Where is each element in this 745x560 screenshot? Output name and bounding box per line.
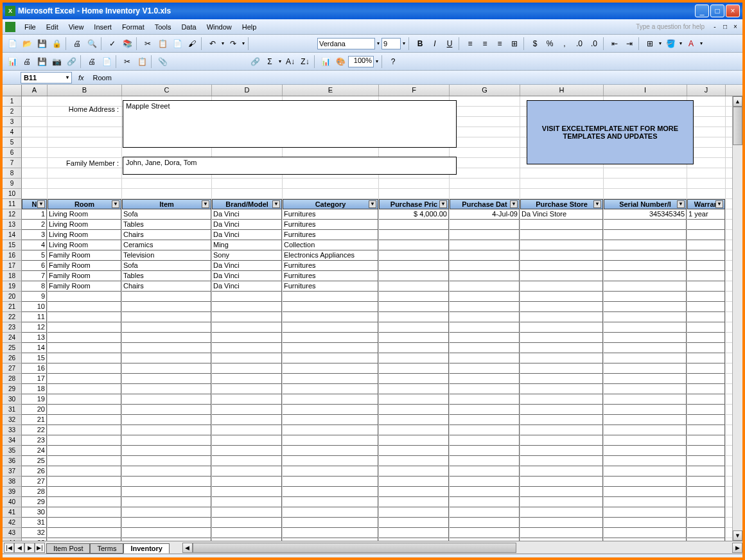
cell[interactable] [520, 250, 603, 261]
cell[interactable] [48, 405, 121, 415]
cell[interactable] [122, 333, 211, 343]
cell[interactable]: 15 [22, 353, 47, 363]
cell[interactable] [212, 435, 282, 446]
row-header[interactable]: 5 [3, 137, 22, 148]
align-center-icon[interactable]: ≡ [478, 37, 492, 51]
doc-minimize-button[interactable]: - [710, 22, 719, 31]
row-header[interactable]: 15 [3, 240, 22, 250]
research-icon[interactable]: 📚 [120, 37, 134, 51]
cell[interactable] [122, 363, 211, 374]
cell[interactable] [604, 415, 687, 425]
cell[interactable] [450, 363, 520, 374]
scroll-down-icon[interactable]: ▼ [733, 530, 742, 541]
cell[interactable]: 345345345 [604, 209, 687, 220]
cell[interactable] [450, 477, 520, 487]
row-header[interactable]: 23 [3, 322, 22, 333]
tool-icon-3[interactable]: 💾 [35, 55, 49, 69]
cell[interactable] [212, 363, 282, 374]
cell[interactable] [520, 466, 603, 477]
cell[interactable] [520, 487, 603, 497]
cell[interactable] [687, 456, 725, 466]
cell[interactable]: 23 [22, 435, 47, 446]
redo-dropdown[interactable]: ▾ [241, 40, 246, 46]
cell[interactable] [604, 425, 687, 435]
hscroll-thumb[interactable] [193, 543, 516, 553]
filter-dropdown-icon[interactable]: ▼ [439, 200, 447, 208]
cell[interactable] [604, 312, 687, 322]
cell[interactable] [212, 477, 282, 487]
cell[interactable] [379, 435, 449, 446]
cell[interactable] [604, 466, 687, 477]
cell[interactable] [379, 322, 449, 333]
filter-header[interactable]: N▼ [22, 199, 47, 209]
cell[interactable]: 8 [22, 281, 47, 292]
cell[interactable] [212, 487, 282, 497]
close-button[interactable]: × [726, 4, 740, 17]
cell[interactable] [212, 343, 282, 353]
cell[interactable] [450, 415, 520, 425]
row-header[interactable]: 38 [3, 477, 22, 487]
font-size-select[interactable] [381, 38, 401, 49]
cell[interactable]: Electronics Appliances [283, 250, 378, 261]
cell[interactable] [379, 292, 449, 302]
cell[interactable] [48, 312, 121, 322]
cell[interactable] [122, 343, 211, 353]
cell[interactable] [48, 538, 121, 541]
cell[interactable] [283, 405, 378, 415]
cell[interactable]: 4-Jul-09 [450, 209, 520, 220]
cell[interactable]: 31 [22, 518, 47, 528]
row-header[interactable]: 18 [3, 271, 22, 281]
cell[interactable] [122, 528, 211, 538]
cell[interactable] [212, 446, 282, 456]
row-header[interactable]: 39 [3, 487, 22, 497]
filter-dropdown-icon[interactable]: ▼ [112, 200, 119, 208]
permission-icon[interactable]: 🔒 [49, 37, 64, 51]
cell[interactable] [604, 477, 687, 487]
cell[interactable] [212, 302, 282, 312]
menu-window[interactable]: Window [202, 21, 237, 33]
zoom-dropdown[interactable]: ▾ [374, 58, 380, 64]
cell[interactable] [379, 333, 449, 343]
cell[interactable] [687, 446, 725, 456]
filter-dropdown-icon[interactable]: ▼ [677, 200, 685, 208]
cell[interactable]: Family Room [48, 261, 121, 271]
maximize-button[interactable]: □ [710, 4, 724, 17]
scroll-right-icon[interactable]: ▶ [732, 543, 742, 553]
row-header[interactable]: 16 [3, 250, 22, 261]
row-header[interactable]: 29 [3, 384, 22, 394]
scroll-thumb[interactable] [733, 107, 742, 145]
cell[interactable] [520, 230, 603, 240]
cell[interactable] [604, 374, 687, 384]
align-right-icon[interactable]: ≡ [493, 37, 507, 51]
cell[interactable] [604, 292, 687, 302]
cell[interactable] [379, 538, 449, 541]
column-header-b[interactable]: B [48, 85, 122, 96]
cell[interactable] [122, 292, 211, 302]
cell[interactable] [450, 456, 520, 466]
scroll-left-icon[interactable]: ◀ [182, 543, 193, 553]
merge-icon[interactable]: ⊞ [507, 37, 522, 51]
cell[interactable]: 6 [22, 261, 47, 271]
cell[interactable] [450, 394, 520, 405]
cell[interactable] [450, 312, 520, 322]
filter-dropdown-icon[interactable]: ▼ [202, 200, 209, 208]
print-icon[interactable]: 🖨 [70, 37, 84, 51]
cell[interactable] [48, 487, 121, 497]
cell[interactable] [48, 435, 121, 446]
cell[interactable] [212, 425, 282, 435]
menu-view[interactable]: View [64, 21, 89, 33]
cell[interactable] [379, 343, 449, 353]
home-address-value[interactable]: Mapple Street [123, 100, 457, 148]
cell[interactable] [122, 497, 211, 507]
cell[interactable] [687, 518, 725, 528]
cell[interactable] [450, 343, 520, 353]
cell[interactable] [283, 343, 378, 353]
cell[interactable] [283, 538, 378, 541]
cell[interactable] [604, 518, 687, 528]
row-header[interactable]: 32 [3, 415, 22, 425]
cell[interactable] [450, 281, 520, 292]
row-header[interactable]: 24 [3, 333, 22, 343]
cell[interactable] [520, 394, 603, 405]
row-header[interactable]: 4 [3, 127, 22, 137]
cell[interactable] [520, 261, 603, 271]
